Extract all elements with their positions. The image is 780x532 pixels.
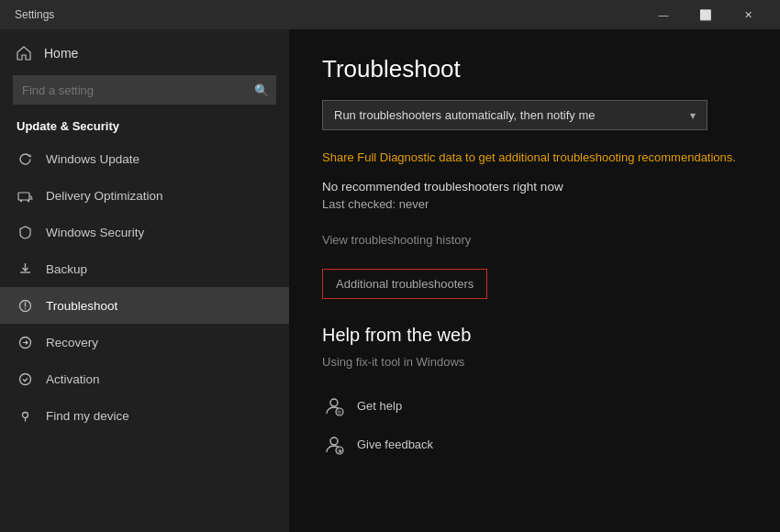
- additional-troubleshooters-button[interactable]: Additional troubleshooters: [322, 269, 487, 299]
- search-input[interactable]: [13, 75, 276, 105]
- svg-point-6: [19, 373, 30, 384]
- sidebar-item-label: Windows Update: [46, 152, 139, 166]
- sidebar-item-label: Delivery Optimization: [46, 189, 163, 203]
- svg-point-7: [22, 412, 28, 417]
- sidebar-item-recovery[interactable]: Recovery: [0, 324, 289, 360]
- sidebar-item-windows-update[interactable]: Windows Update: [0, 140, 289, 177]
- shield-icon: [17, 224, 33, 240]
- svg-point-2: [27, 199, 28, 201]
- sidebar-item-delivery-optimization[interactable]: Delivery Optimization: [0, 177, 289, 214]
- home-icon: [17, 46, 31, 61]
- svg-rect-0: [18, 193, 29, 200]
- backup-icon: [17, 260, 33, 277]
- maximize-button[interactable]: ⬜: [685, 0, 727, 29]
- sidebar-item-troubleshoot[interactable]: Troubleshoot: [0, 287, 289, 324]
- troubleshoot-icon: [17, 297, 33, 314]
- titlebar-title: Settings: [15, 8, 54, 21]
- sidebar-item-label: Find my device: [46, 409, 129, 423]
- sidebar-item-label: Activation: [46, 372, 100, 386]
- sidebar-section-title: Update & Security: [0, 114, 289, 140]
- get-help-label: Get help: [357, 399, 402, 413]
- content-area: Troubleshoot Run troubleshooters automat…: [289, 29, 780, 532]
- sidebar-item-home[interactable]: Home: [0, 37, 289, 70]
- sidebar-item-label: Recovery: [46, 336, 98, 349]
- home-label: Home: [44, 46, 78, 61]
- svg-point-11: [330, 438, 338, 445]
- sidebar-item-label: Backup: [46, 262, 87, 276]
- sidebar-item-label: Troubleshoot: [46, 299, 117, 313]
- activation-icon: [17, 371, 33, 387]
- no-troubleshooters-text: No recommended troubleshooters right now: [322, 180, 747, 194]
- view-history-link[interactable]: View troubleshooting history: [322, 233, 747, 247]
- sidebar-item-backup[interactable]: Backup: [0, 250, 289, 287]
- feedback-icon: ★: [322, 433, 346, 457]
- svg-point-4: [24, 307, 25, 308]
- sidebar-item-find-my-device[interactable]: Find my device: [0, 397, 289, 434]
- svg-point-8: [330, 399, 338, 406]
- sidebar-search: 🔍: [13, 75, 276, 105]
- dropdown-value: Run troubleshooters automatically, then …: [334, 108, 595, 122]
- last-checked-text: Last checked: never: [322, 197, 747, 211]
- refresh-icon: [17, 150, 33, 167]
- help-icon: ?: [322, 394, 346, 418]
- sidebar-item-activation[interactable]: Activation: [0, 360, 289, 397]
- close-button[interactable]: ✕: [727, 0, 769, 29]
- get-help-item[interactable]: ? Get help: [322, 387, 747, 426]
- chevron-down-icon: ▾: [690, 109, 696, 122]
- sidebar-item-label: Windows Security: [46, 226, 144, 239]
- sidebar-item-windows-security[interactable]: Windows Security: [0, 214, 289, 250]
- minimize-button[interactable]: —: [642, 0, 685, 29]
- titlebar-controls: — ⬜ ✕: [642, 0, 769, 29]
- troubleshoot-mode-dropdown[interactable]: Run troubleshooters automatically, then …: [322, 100, 708, 130]
- titlebar: Settings — ⬜ ✕: [0, 0, 780, 29]
- diagnostic-link[interactable]: Share Full Diagnostic data to get additi…: [322, 149, 747, 167]
- give-feedback-label: Give feedback: [357, 438, 433, 451]
- recovery-icon: [17, 334, 33, 350]
- app-body: Home 🔍 Update & Security Windows Update: [0, 29, 780, 532]
- finddevice-icon: [17, 407, 33, 424]
- sidebar: Home 🔍 Update & Security Windows Update: [0, 29, 289, 532]
- help-section-desc: Using fix-it tool in Windows: [322, 355, 747, 369]
- give-feedback-item[interactable]: ★ Give feedback: [322, 426, 747, 464]
- page-title: Troubleshoot: [322, 55, 747, 83]
- svg-point-1: [19, 199, 21, 201]
- search-icon: 🔍: [254, 83, 269, 97]
- help-section-title: Help from the web: [322, 325, 747, 346]
- svg-text:★: ★: [338, 449, 342, 454]
- delivery-icon: [17, 187, 33, 204]
